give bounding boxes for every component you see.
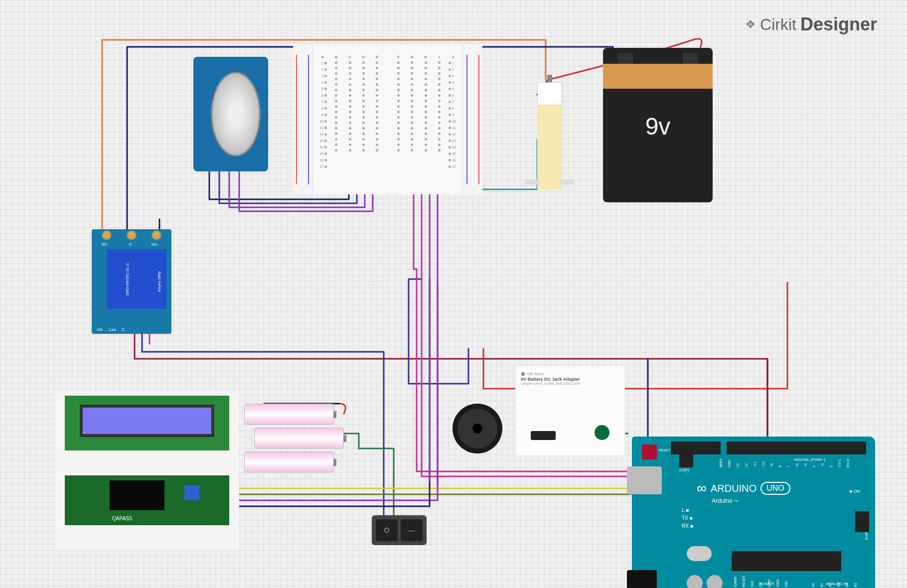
relay-label-nc: NC (102, 242, 108, 247)
rocker-switch[interactable]: O — (372, 515, 427, 545)
relay-pin-led: Led (109, 327, 116, 332)
arduino-digital-header-2 (671, 441, 721, 454)
relay-pin-s: S (122, 327, 124, 332)
arduino-icsp-label: ICSP (864, 532, 868, 540)
dc-jack-adapter[interactable]: ⚙ OE Store 9V Battery DC Jack Adapter Le… (515, 366, 625, 455)
relay-label-c: C (129, 242, 132, 247)
relay-cube-text: SRD-05VDC-SL-C (125, 263, 130, 295)
arduino-uno-badge: UNO (760, 482, 790, 495)
relay-terminal-c (127, 230, 137, 240)
lcd-i2c-backpack: QAPASS (65, 475, 229, 525)
dc-motor[interactable] (517, 50, 577, 194)
arduino-logo-text: ARDUINO (711, 483, 756, 494)
battery-9v[interactable]: 9v (603, 48, 713, 202)
dcjack-title: 9V Battery DC Jack Adapter (521, 377, 619, 382)
arduino-logo: ∞ ARDUINO UNO (697, 480, 790, 496)
dcjack-brand: OE Store (527, 372, 544, 376)
arduino-atmega-chip (732, 551, 841, 571)
battery-terminal-neg (618, 53, 633, 65)
arduino-digital-header (727, 441, 866, 454)
arduino-icsp (855, 511, 869, 532)
gas-sensor-mesh (211, 72, 261, 156)
rocker-on[interactable]: — (401, 519, 423, 541)
arduino-reset-label: RESET (659, 448, 670, 452)
relay-terminal-nc (102, 230, 112, 240)
arduino-led-labels: L ■ TX ■ RX ■ (682, 506, 693, 530)
lcd-contrast-pot[interactable] (184, 485, 199, 500)
breadboard-grid: A1234567891011121314151617BCDEFGHIJ12345… (313, 45, 462, 194)
breadboard-rail-left (293, 45, 313, 194)
arduino-crystal (687, 546, 712, 561)
dcjack-plug (531, 431, 556, 440)
arduino-on-label: ■ ON (850, 489, 860, 494)
logo-icon: ❖ (745, 17, 756, 31)
gas-sensor[interactable]: GAS SENSOR (193, 57, 268, 171)
dcjack-jack (595, 425, 609, 440)
logo-text-2: Designer (800, 14, 877, 35)
arduino-usb-port (627, 466, 662, 494)
battery-holder[interactable] (244, 399, 349, 478)
arduino-uno[interactable]: RESET ICSP2 ICSP ∞ ARDUINO UNO Arduino ™… (632, 437, 875, 588)
arduino-barrel-jack (627, 570, 657, 588)
relay-pin-on: ON (97, 327, 103, 332)
rocker-off[interactable]: O (376, 519, 398, 541)
arduino-reset-button[interactable] (642, 444, 657, 459)
dcjack-sub: Length=14cm, socket Jack 5.5x2.1mm (521, 382, 619, 385)
battery-terminal-pos (683, 53, 698, 65)
relay-label-no: NO (151, 242, 157, 247)
lcd-module[interactable]: QAPASS (55, 391, 239, 550)
arduino-sub: Arduino ™ (712, 497, 738, 504)
breadboard-rail-right (462, 45, 482, 194)
lcd-qapass-label: QAPASS (112, 516, 132, 521)
relay-module[interactable]: NC C NO SRD-05VDC-SL-C Keyes SRly ON Led… (92, 229, 171, 334)
arduino-icsp2-label: ICSP2 (679, 468, 689, 472)
battery-label: 9v (603, 113, 713, 140)
logo-text-1: Cirkit (760, 15, 796, 34)
buzzer[interactable] (453, 404, 502, 453)
relay-terminal-no (151, 230, 161, 240)
arduino-infinity-icon: ∞ (697, 480, 707, 496)
relay-side-text: Keyes SRly (157, 271, 161, 292)
gear-icon: ⚙ (521, 371, 525, 377)
lcd-front (65, 396, 229, 450)
app-logo: ❖ Cirkit Designer (745, 14, 877, 35)
breadboard[interactable]: A1234567891011121314151617BCDEFGHIJ12345… (293, 45, 482, 194)
lcd-screen (80, 405, 214, 437)
arduino-digital-label: DIGITAL (PWM~) (794, 457, 825, 462)
